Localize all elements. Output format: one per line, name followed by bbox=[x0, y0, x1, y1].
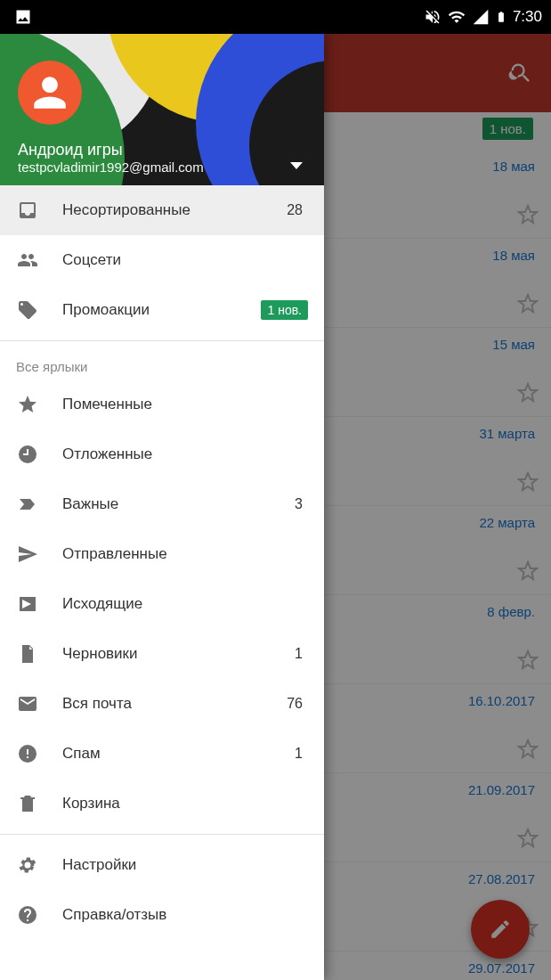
people-icon bbox=[16, 249, 39, 271]
drawer-item-label: Спам bbox=[62, 745, 271, 763]
drawer-item-label: Несортированные bbox=[62, 201, 263, 219]
clock-icon bbox=[16, 444, 39, 465]
drawer-item-label: Черновики bbox=[62, 645, 271, 663]
drawer-item-outbox[interactable]: Исходящие bbox=[0, 579, 324, 629]
drawer-item-badge: 1 нов. bbox=[261, 300, 308, 320]
drawer-item-label: Исходящие bbox=[62, 595, 308, 613]
file-icon bbox=[16, 643, 39, 665]
drawer-item-snoozed[interactable]: Отложенные bbox=[0, 429, 324, 479]
drawer-header: Андроид игры testpcvladimir1992@gmail.co… bbox=[0, 34, 324, 185]
trash-icon bbox=[16, 793, 39, 814]
gear-icon bbox=[16, 854, 39, 876]
drawer-item-help[interactable]: Справка/отзыв bbox=[0, 890, 324, 940]
drawer-item-primary[interactable]: Несортированные 28 bbox=[0, 185, 324, 235]
spam-icon bbox=[16, 743, 39, 764]
drawer-item-count: 1 bbox=[295, 646, 308, 662]
drawer-item-drafts[interactable]: Черновики 1 bbox=[0, 629, 324, 679]
drawer-item-social[interactable]: Соцсети bbox=[0, 235, 324, 285]
drawer-item-promotions[interactable]: Промоакции 1 нов. bbox=[0, 285, 324, 335]
account-switcher[interactable]: Андроид игры testpcvladimir1992@gmail.co… bbox=[18, 141, 306, 175]
mail-icon bbox=[16, 693, 39, 715]
drawer-item-sent[interactable]: Отправленные bbox=[0, 529, 324, 579]
inbox-icon bbox=[16, 200, 39, 221]
help-icon bbox=[16, 904, 39, 926]
account-email: testpcvladimir1992@gmail.com bbox=[18, 159, 204, 175]
drawer-item-label: Настройки bbox=[62, 856, 308, 874]
caret-down-icon bbox=[290, 162, 303, 169]
avatar[interactable] bbox=[18, 61, 82, 125]
status-bar: 7:30 bbox=[0, 0, 551, 34]
drawer-item-count: 76 bbox=[287, 696, 308, 712]
drawer-item-count: 1 bbox=[295, 746, 308, 762]
drawer-item-trash[interactable]: Корзина bbox=[0, 779, 324, 829]
status-time: 7:30 bbox=[513, 8, 542, 26]
divider bbox=[0, 340, 324, 341]
drawer-list: Несортированные 28 Соцсети Промоакции 1 … bbox=[0, 185, 324, 980]
drawer-item-allmail[interactable]: Вся почта 76 bbox=[0, 679, 324, 729]
navigation-drawer: Андроид игры testpcvladimir1992@gmail.co… bbox=[0, 34, 324, 980]
drawer-item-settings[interactable]: Настройки bbox=[0, 840, 324, 890]
battery-icon bbox=[495, 7, 507, 27]
picture-icon bbox=[14, 8, 32, 26]
drawer-item-label: Вся почта bbox=[62, 695, 263, 713]
star-icon bbox=[16, 394, 39, 415]
send-icon bbox=[16, 543, 39, 565]
drawer-item-label: Справка/отзыв bbox=[62, 906, 308, 924]
signal-icon bbox=[472, 8, 490, 26]
important-icon bbox=[16, 494, 39, 515]
account-name: Андроид игры bbox=[18, 141, 204, 159]
drawer-item-label: Отложенные bbox=[62, 445, 308, 463]
drawer-item-label: Корзина bbox=[62, 795, 308, 813]
drawer-item-starred[interactable]: Помеченные bbox=[0, 380, 324, 429]
outbox-icon bbox=[16, 593, 39, 615]
wifi-icon bbox=[447, 8, 466, 26]
drawer-item-important[interactable]: Важные 3 bbox=[0, 479, 324, 529]
drawer-item-label: Промоакции bbox=[62, 301, 238, 319]
drawer-item-spam[interactable]: Спам 1 bbox=[0, 729, 324, 779]
drawer-item-label: Помеченные bbox=[62, 396, 308, 413]
drawer-item-count: 3 bbox=[295, 496, 308, 512]
tag-icon bbox=[16, 299, 39, 321]
drawer-item-label: Отправленные bbox=[62, 545, 308, 563]
drawer-item-label: Важные bbox=[62, 495, 271, 513]
divider bbox=[0, 834, 324, 835]
drawer-section-label: Все ярлыки bbox=[0, 347, 324, 380]
mute-icon bbox=[424, 8, 442, 26]
drawer-item-label: Соцсети bbox=[62, 251, 308, 269]
drawer-item-count: 28 bbox=[287, 202, 308, 218]
